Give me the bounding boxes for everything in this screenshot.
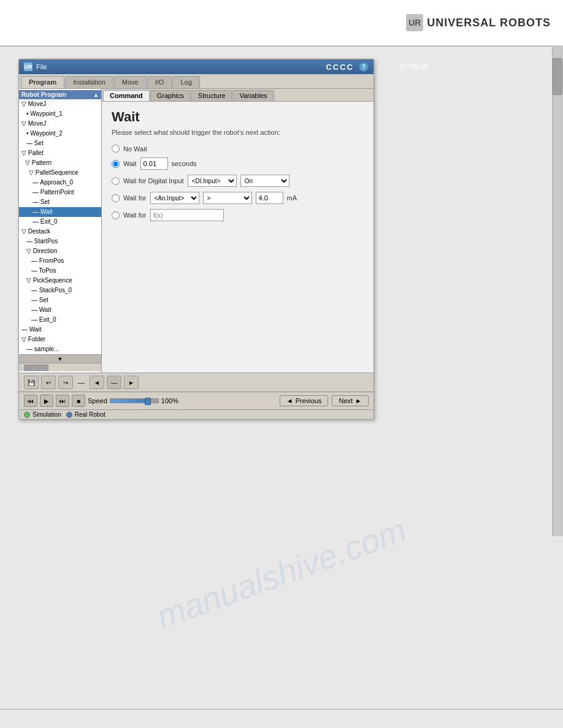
tree-item[interactable]: — Wait [19, 325, 101, 335]
save-button[interactable]: 💾 [24, 376, 39, 389]
tree-scroll-up[interactable]: ▲ [93, 92, 99, 98]
prev-arrow-icon: ◄ [286, 397, 293, 404]
undo-button[interactable]: ↩ [41, 376, 56, 389]
radio-no-wait[interactable] [112, 145, 120, 153]
tree-item[interactable]: ▽ PalletSequence [19, 168, 101, 178]
tree-item[interactable]: — Exit_0 [19, 217, 101, 227]
digital-input-select[interactable]: <DI.Input> [188, 175, 237, 187]
label-wait-digital: Wait for Digital Input [123, 177, 184, 184]
nav-buttons: ◄ Previous Next ► [280, 395, 369, 406]
tree-item[interactable]: ▽ Folder [19, 335, 101, 344]
tree-item-wait-selected[interactable]: — Wait [19, 207, 101, 217]
tree-item[interactable]: — StartPos [19, 237, 101, 246]
previous-button[interactable]: ◄ Previous [280, 395, 329, 406]
tab-program[interactable]: Program [21, 76, 64, 88]
option-wait-seconds: Wait seconds [112, 157, 364, 170]
skip-forward-button[interactable]: ⏭ [56, 395, 69, 407]
speed-bar[interactable] [110, 398, 159, 403]
tree-item[interactable]: — StackPos_0 [19, 286, 101, 295]
skip-back-button[interactable]: ⏮ [24, 395, 37, 407]
cmd-tab-command[interactable]: Command [103, 90, 150, 101]
tree-item[interactable]: ▽ Destack [19, 227, 101, 237]
tree-item[interactable]: ▽ Direction [19, 246, 101, 256]
tab-io[interactable]: I/O [147, 76, 172, 88]
stop-button[interactable]: ■ [72, 395, 85, 407]
ur-logo: UR UNIVERSAL ROBOTS [406, 14, 551, 31]
next-arrow-icon: ► [355, 397, 362, 404]
tree-item[interactable]: — Exit_0 [19, 315, 101, 325]
right-panel: Command Graphics Structure Variables Wai… [102, 89, 373, 373]
dash-separator-btn: — [107, 376, 121, 389]
page-scrollbar[interactable] [552, 46, 563, 536]
tree-item[interactable]: • Waypoint_2 [19, 129, 101, 138]
file-menu[interactable]: File [36, 63, 47, 70]
analog-input-select[interactable]: <An.Input> [150, 192, 199, 204]
play-button[interactable]: ▶ [40, 395, 53, 407]
tree-scroll-down[interactable]: ▼ [19, 354, 101, 363]
simulation-label: Simulation [33, 411, 61, 418]
command-tab-bar: Command Graphics Structure Variables [102, 89, 373, 102]
scrollbar-thumb[interactable] [553, 58, 562, 95]
tree-item[interactable]: — PatternPoint [19, 188, 101, 197]
status-badge: CCCC [326, 63, 354, 72]
analog-unit-label: mA [287, 194, 297, 202]
cmd-tab-variables[interactable]: Variables [232, 90, 274, 101]
tree-item[interactable]: ▽ MoveJ [19, 99, 101, 109]
tree-item[interactable]: ▽ PickSequence [19, 276, 101, 286]
option-no-wait: No Wait [112, 145, 364, 153]
expr-input[interactable] [150, 209, 224, 221]
tab-move[interactable]: Move [114, 76, 147, 88]
footer-divider [0, 709, 563, 710]
label-wait: Wait [123, 160, 137, 167]
playback-area: ⏮ ▶ ⏭ ■ Speed 100% ◄ Previous [19, 392, 373, 409]
tree-item[interactable]: — Set [19, 138, 101, 148]
command-content: Wait Please select what should trigger t… [102, 102, 373, 273]
tab-log[interactable]: Log [172, 76, 199, 88]
playback-left: ⏮ ▶ ⏭ ■ Speed 100% [24, 395, 178, 407]
speed-handle[interactable] [145, 398, 151, 405]
forward-icon: ► [128, 379, 134, 386]
cmd-tab-structure[interactable]: Structure [191, 90, 232, 101]
speed-label: Speed [88, 397, 107, 404]
redo-icon: ↪ [63, 379, 68, 386]
radio-wait-expr[interactable] [112, 211, 120, 219]
back-button[interactable]: ◄ [90, 376, 104, 389]
redo-button[interactable]: ↪ [58, 376, 73, 389]
clock-display: 07:09:38 [400, 63, 429, 71]
speed-control: Speed 100% [88, 397, 178, 404]
help-button[interactable]: ? [359, 62, 369, 72]
tree-item[interactable]: ▽ MoveJ [19, 119, 101, 129]
tree-item[interactable]: • Waypoint_1 [19, 109, 101, 119]
tree-item[interactable]: — Set [19, 197, 101, 207]
page-header: UR UNIVERSAL ROBOTS [0, 0, 563, 46]
next-button[interactable]: Next ► [332, 395, 369, 406]
horizontal-scrollbar[interactable] [19, 363, 101, 371]
next-label: Next [339, 397, 353, 404]
forward-button[interactable]: ► [124, 376, 139, 389]
h-scroll-thumb[interactable] [24, 365, 48, 371]
tree-item[interactable]: — Approach_0 [19, 178, 101, 188]
tree-item[interactable]: ▽ Pallet [19, 148, 101, 158]
tab-installation[interactable]: Installation [65, 76, 113, 88]
simulation-dot [24, 412, 30, 418]
title-bar-left: UR File [24, 63, 47, 71]
cmd-tab-graphics[interactable]: Graphics [150, 90, 191, 101]
radio-wait-digital[interactable] [112, 177, 120, 185]
title-bar: UR File 07:09:38 CCCC ? [19, 59, 373, 74]
tree-item[interactable]: — ToPos [19, 266, 101, 276]
radio-wait-seconds[interactable] [112, 160, 120, 168]
tree-item[interactable]: — Wait [19, 305, 101, 315]
tree-item[interactable]: — FromPos [19, 256, 101, 266]
tree-item[interactable]: ▽ Pattern [19, 158, 101, 168]
tree-item[interactable]: — Set [19, 295, 101, 305]
radio-wait-analog[interactable] [112, 194, 120, 202]
wait-seconds-input[interactable] [140, 157, 168, 170]
analog-op-select[interactable]: > < = [203, 192, 252, 204]
speed-fill [110, 399, 147, 403]
toolbar-left: 💾 ↩ ↪ — ◄ — ► [24, 376, 139, 389]
real-robot-dot [66, 412, 72, 418]
digital-state-select[interactable]: On Off [240, 175, 289, 187]
tree-item[interactable]: — sample... [19, 344, 101, 354]
back-icon: ◄ [94, 379, 100, 386]
analog-threshold-input[interactable] [256, 192, 283, 204]
